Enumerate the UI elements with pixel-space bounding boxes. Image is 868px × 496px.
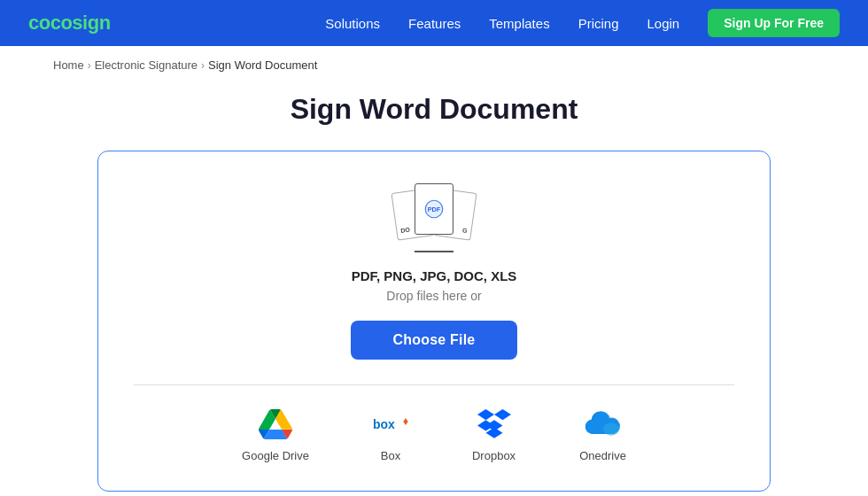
navbar: cocosign Solutions Features Templates Pr… [0,0,868,46]
svg-text:box: box [373,417,395,431]
signup-button[interactable]: Sign Up For Free [708,9,840,37]
google-drive-item[interactable]: Google Drive [242,407,309,462]
logo: cocosign [28,12,111,35]
onedrive-label: Onedrive [579,449,626,462]
cloud-services: Google Drive box Box [134,407,734,462]
drop-hint-text: Drop files here or [134,289,734,303]
logo-coco: coco [28,12,72,34]
box-item[interactable]: box Box [373,407,408,462]
svg-text:PDF: PDF [428,205,441,213]
google-drive-label: Google Drive [242,449,309,462]
dropbox-item[interactable]: Dropbox [472,407,515,462]
nav-login[interactable]: Login [647,16,680,31]
breadcrumb-home[interactable]: Home [53,58,84,72]
svg-point-4 [603,422,619,436]
choose-file-button[interactable]: Choose File [351,321,518,360]
onedrive-item[interactable]: Onedrive [579,407,626,462]
breadcrumb: Home › Electronic Signature › Sign Word … [0,46,868,84]
page-title: Sign Word Document [53,93,815,126]
dropbox-label: Dropbox [472,449,515,462]
pdf-icon: PDF [422,198,446,221]
dropbox-icon [477,407,512,442]
box-icon: box [373,407,408,442]
onedrive-icon [585,407,621,442]
doc-stack: DO G PDF [394,183,474,254]
nav-solutions[interactable]: Solutions [325,16,380,31]
logo-sign: sign [72,12,110,34]
breadcrumb-sep-1: › [88,59,91,72]
doc-label-g: G [462,227,468,234]
breadcrumb-electronic-signature[interactable]: Electronic Signature [95,58,198,72]
upload-card: DO G PDF PDF, PNG, JPG, DOC, XLS [97,151,771,492]
box-label: Box [381,449,400,462]
doc-label-do: DO [400,227,410,234]
file-icons-area: DO G PDF [134,183,734,254]
breadcrumb-sep-2: › [201,59,205,72]
nav-features[interactable]: Features [408,16,461,31]
nav-links: Solutions Features Templates Pricing Log… [325,9,840,37]
divider [134,384,734,385]
doc-underline [415,251,453,252]
svg-marker-3 [403,418,407,425]
file-types-label: PDF, PNG, JPG, DOC, XLS [134,268,734,283]
google-drive-icon [258,407,293,442]
nav-pricing[interactable]: Pricing [578,16,619,31]
main-content: Sign Word Document DO G PDF [0,84,868,496]
nav-templates[interactable]: Templates [489,16,549,31]
breadcrumb-current: Sign Word Document [208,58,317,72]
doc-front: PDF [415,183,453,235]
